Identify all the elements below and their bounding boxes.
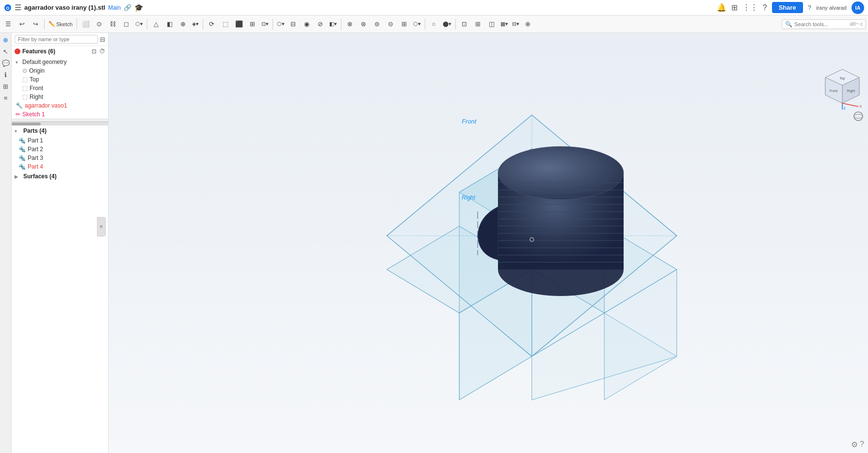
branch-label[interactable]: Main: [108, 4, 121, 11]
part2-label: Part 2: [28, 146, 43, 153]
onshape-logo[interactable]: O: [4, 4, 12, 12]
toolbar-btn-i[interactable]: ⬚: [219, 17, 232, 31]
svg-text:Top: Top: [839, 77, 845, 80]
toolbar-btn-f[interactable]: ◧: [163, 17, 176, 31]
toolbar-btn-v[interactable]: ⊞: [472, 17, 484, 31]
toolbar-dropdown-5[interactable]: ◧▾: [328, 17, 338, 31]
tree-sketch1[interactable]: ✏ Sketch 1: [12, 110, 108, 119]
right-plane-label: Right: [462, 194, 476, 201]
sidebar-feature-icon[interactable]: ⊕: [1, 35, 11, 45]
svg-point-50: [854, 114, 863, 118]
toolbar-btn-a[interactable]: ⬜: [80, 17, 92, 31]
toolbar-dropdown-4[interactable]: ⬡▾: [275, 17, 286, 31]
grid-icon[interactable]: ⊞: [731, 3, 738, 12]
toolbar-sketch[interactable]: ✏️ Sketch: [47, 17, 74, 31]
right-label: Right: [30, 94, 43, 100]
toolbar-left-panel[interactable]: ☰: [2, 17, 15, 31]
error-dot: [15, 48, 20, 54]
features-icons: ⊡ ⏱: [92, 48, 105, 55]
tree-front[interactable]: ⬚ Front: [12, 84, 108, 93]
features-capture-icon[interactable]: ⊡: [92, 48, 96, 55]
notification-icon[interactable]: 🔔: [717, 3, 726, 12]
help-icon[interactable]: ?: [763, 3, 767, 12]
tree-default-geometry[interactable]: ▾ Default geometry: [12, 58, 108, 66]
toolbar-sep-1: [44, 19, 45, 30]
toolbar-btn-p[interactable]: ⊛: [357, 17, 370, 31]
svg-text:Right: Right: [847, 89, 855, 93]
toolbar-dropdown-9[interactable]: ⊟▾: [511, 17, 521, 31]
panel-collapse-button[interactable]: ≡: [97, 217, 106, 236]
help-button[interactable]: ?: [808, 4, 811, 11]
toolbar-dropdown-6[interactable]: ⬡▾: [412, 17, 422, 31]
document-title: agarrador vaso irany (1).stl: [24, 4, 105, 11]
parts-title: Parts (4): [23, 127, 47, 134]
tree-top[interactable]: ⬚ Top: [12, 75, 108, 84]
hamburger-menu[interactable]: ☰: [15, 3, 21, 12]
toolbar-btn-m[interactable]: ◉: [301, 17, 313, 31]
filter-icon[interactable]: ⊟: [100, 36, 105, 43]
tree-part-4[interactable]: 🔩 Part 4: [12, 162, 108, 171]
panel-scrollbar[interactable]: [12, 122, 108, 125]
sidebar-list-icon[interactable]: ≡: [1, 93, 11, 103]
apps-icon[interactable]: ⋮⋮: [742, 3, 758, 12]
toolbar-dropdown-3[interactable]: ⊡▾: [260, 17, 270, 31]
bottom-help-icon[interactable]: ?: [860, 440, 864, 449]
tree-right[interactable]: ⬚ Right: [12, 93, 108, 101]
sidebar-grid-icon[interactable]: ⊞: [1, 81, 11, 91]
link-icon[interactable]: 🔗: [124, 4, 131, 11]
features-history-icon[interactable]: ⏱: [99, 48, 105, 55]
toolbar-btn-g[interactable]: ⊕: [177, 17, 190, 31]
topbar-right: 🔔 ⊞ ⋮⋮ ? Share ? irany alvarad IA: [717, 1, 864, 14]
toolbar-btn-s[interactable]: ⊞: [398, 17, 411, 31]
tree-part-3[interactable]: 🔩 Part 3: [12, 154, 108, 162]
filter-input[interactable]: [15, 35, 98, 44]
toolbar-dropdown-8[interactable]: ▦▾: [499, 17, 510, 31]
sidebar-cursor-icon[interactable]: ↖: [1, 47, 11, 56]
toolbar-btn-d[interactable]: ◻: [120, 17, 133, 31]
toolbar-btn-j[interactable]: ⬛: [233, 17, 245, 31]
front-plane-icon: ⬚: [22, 85, 28, 92]
toolbar-btn-r[interactable]: ⊝: [385, 17, 397, 31]
toolbar-btn-w[interactable]: ◫: [485, 17, 498, 31]
surfaces-header[interactable]: ▶ Surfaces (4): [12, 171, 108, 182]
toolbar-redo[interactable]: ↪: [29, 17, 42, 31]
toolbar-btn-n[interactable]: ⊘: [314, 17, 327, 31]
toolbar-btn-t[interactable]: ○: [428, 17, 440, 31]
user-avatar[interactable]: IA: [852, 1, 864, 14]
toolbar-btn-k[interactable]: ⊞: [246, 17, 259, 31]
panel-icons: ⊟: [100, 36, 105, 43]
toolbar-btn-u[interactable]: ⊡: [458, 17, 471, 31]
learn-icon[interactable]: 🎓: [134, 3, 144, 12]
search-icon: 🔍: [785, 21, 792, 28]
tree-part-2[interactable]: 🔩 Part 2: [12, 145, 108, 154]
search-input[interactable]: [794, 21, 848, 27]
toolbar-undo[interactable]: ↩: [16, 17, 28, 31]
sidebar-info-icon[interactable]: ℹ: [1, 70, 11, 79]
sidebar-chat-icon[interactable]: 💬: [1, 58, 11, 68]
features-title: Features (6): [22, 48, 55, 55]
toolbar-dropdown-7[interactable]: ⬤▾: [441, 17, 453, 31]
tree-part-1[interactable]: 🔩 Part 1: [12, 136, 108, 145]
tree-part-file[interactable]: 🔧 agarrador vaso1: [12, 101, 108, 110]
viewport[interactable]: Front Top Right: [109, 33, 868, 453]
main-layout: ⊕ ↖ 💬 ℹ ⊞ ≡ ⊟ Features (6) ⊡ ⏱: [0, 33, 868, 453]
tree-arrow-default: ▾: [16, 60, 22, 65]
toolbar-btn-x[interactable]: ⊕: [522, 17, 534, 31]
tree-origin[interactable]: ⊙ Origin: [12, 66, 108, 75]
toolbar-btn-q[interactable]: ⊜: [371, 17, 384, 31]
share-button[interactable]: Share: [772, 2, 803, 13]
toolbar-dropdown-2[interactable]: ◈▾: [191, 17, 200, 31]
toolbar-btn-o[interactable]: ⊗: [344, 17, 356, 31]
username-label: irany alvarad: [816, 5, 847, 11]
toolbar-btn-e[interactable]: △: [150, 17, 162, 31]
view-sphere-icon[interactable]: [853, 111, 863, 121]
toolbar-btn-c[interactable]: ⛓: [107, 17, 119, 31]
toolbar-btn-l[interactable]: ⊟: [287, 17, 300, 31]
bottom-settings-icon[interactable]: ⚙: [851, 440, 858, 449]
toolbar-dropdown-1[interactable]: ⬡▾: [134, 17, 145, 31]
svg-point-16: [498, 146, 624, 200]
orientation-cube[interactable]: Top Right Front Z X: [820, 67, 864, 110]
toolbar-btn-b[interactable]: ⊙: [93, 17, 106, 31]
parts-header[interactable]: ▾ Parts (4): [12, 125, 108, 136]
toolbar-btn-h[interactable]: ⟳: [206, 17, 218, 31]
